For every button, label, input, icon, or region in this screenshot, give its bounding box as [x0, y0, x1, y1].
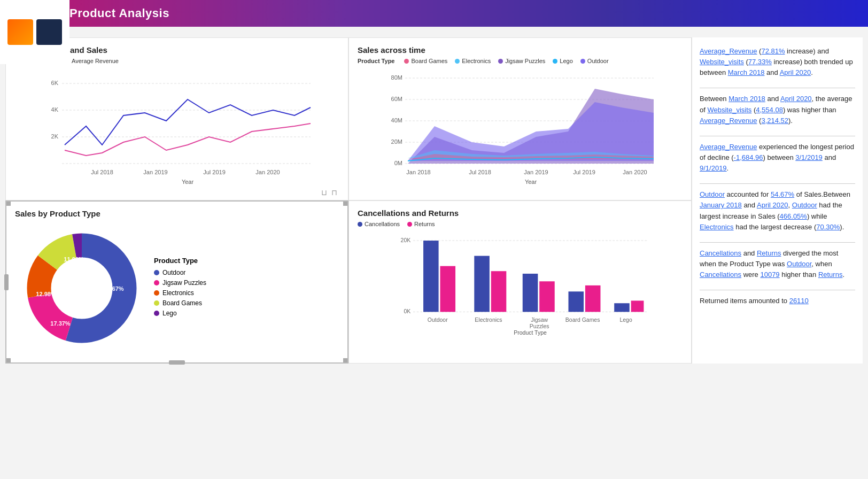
scroll-icon-2[interactable]: ⊓ — [331, 188, 337, 197]
svg-text:4K: 4K — [51, 106, 59, 113]
svg-text:Jan 2020: Jan 2020 — [255, 169, 280, 175]
pie-legend-outdoor: Outdoor — [154, 269, 206, 276]
bar-chart: 20K 0K Product Type Outdoor Electronics … — [358, 230, 683, 337]
legend-lego: Lego — [553, 58, 572, 64]
bar-outdoor-return — [440, 266, 455, 312]
svg-text:Jan 2019: Jan 2019 — [143, 169, 167, 175]
pie-legend-lego: Lego — [154, 310, 206, 317]
pie-container: 54.67% 11.96% 12.98% 17.37% Product Type… — [15, 221, 339, 355]
svg-point-37 — [55, 261, 108, 315]
resize-bottom[interactable] — [169, 360, 185, 365]
resize-tr[interactable] — [343, 202, 347, 206]
cancellations-legend: Cancellations Returns — [358, 221, 683, 227]
pie-legend-title: Product Type — [154, 257, 206, 265]
pie-legend-electronics: Electronics — [154, 289, 206, 297]
page-title: Product Analysis — [69, 6, 169, 20]
insight-6: Returned items amounted to 26110 — [700, 296, 855, 306]
svg-text:Outdoor: Outdoor — [428, 317, 448, 323]
svg-text:20M: 20M — [391, 138, 402, 145]
legend-boardgames: Board Games — [404, 58, 447, 64]
svg-text:Product Type: Product Type — [514, 330, 547, 336]
sales-product-title: Sales by Product Type — [15, 209, 339, 218]
sales-time-panel: Sales across time Product Type Board Gam… — [348, 37, 692, 200]
legend-jigsaw: Jigsaw Puzzles — [498, 58, 545, 64]
svg-text:12.98%: 12.98% — [36, 291, 56, 297]
pie-legend: Product Type Outdoor Jigsaw Puzzles Elec… — [154, 257, 206, 320]
svg-text:Jigsaw: Jigsaw — [531, 317, 548, 323]
sales-product-panel: Sales by Product Type 54.67% 11.96% — [5, 200, 348, 364]
header: Product Analysis — [0, 0, 868, 27]
svg-text:Jan 2020: Jan 2020 — [623, 169, 647, 175]
resize-bl[interactable] — [6, 358, 11, 362]
logo-dark — [36, 19, 62, 45]
svg-text:Jul 2019: Jul 2019 — [573, 169, 595, 175]
insight-5: Cancellations and Returns diverged the m… — [700, 248, 855, 280]
svg-text:Jul 2019: Jul 2019 — [203, 169, 226, 175]
bar-board-return — [585, 285, 601, 312]
svg-text:60M: 60M — [391, 96, 402, 102]
svg-text:Lego: Lego — [619, 317, 632, 323]
bar-lego-cancel — [614, 303, 630, 312]
svg-text:54.67%: 54.67% — [104, 285, 124, 292]
svg-text:Jul 2018: Jul 2018 — [91, 169, 113, 175]
insight-1: Average_Revenue (72.81% increase) and We… — [700, 46, 855, 78]
svg-text:40M: 40M — [391, 117, 402, 123]
sales-time-legend: Product Type Board Games Electronics Jig… — [358, 58, 683, 64]
svg-text:Year: Year — [525, 179, 537, 185]
svg-text:6K: 6K — [51, 80, 59, 86]
product-type-label: Product Type — [358, 58, 394, 64]
insight-3: Average_Revenue experienced the longest … — [700, 142, 855, 174]
svg-text:Electronics: Electronics — [475, 317, 502, 323]
cancellations-panel: Cancellations and Returns Cancellations … — [348, 200, 692, 364]
resize-br[interactable] — [343, 358, 347, 362]
insight-4: Outdoor accounted for 54.67% of Sales.Be… — [700, 189, 855, 233]
bar-elec-return — [491, 271, 507, 312]
sales-time-chart: 80M 60M 40M 20M 0M Jan 2018 Jul 2018 Jan… — [358, 67, 683, 190]
svg-text:Year: Year — [182, 179, 194, 185]
bar-elec-cancel — [474, 256, 490, 312]
logo-orange — [7, 19, 33, 45]
donut-chart: 54.67% 11.96% 12.98% 17.37% — [20, 227, 143, 350]
legend-electronics: Electronics — [455, 58, 491, 64]
bar-jigsaw-cancel — [523, 274, 538, 312]
svg-text:Jul 2018: Jul 2018 — [469, 169, 491, 175]
insight-2: Between March 2018 and April 2020, the a… — [700, 94, 855, 126]
svg-text:20K: 20K — [401, 237, 411, 243]
legend-returns: Returns — [407, 221, 435, 227]
svg-text:0M: 0M — [394, 160, 402, 166]
cancellations-title: Cancellations and Returns — [358, 208, 683, 218]
resize-tl[interactable] — [6, 202, 11, 206]
bar-jigsaw-return — [539, 281, 555, 312]
legend-avg-revenue: Average Revenue — [65, 58, 119, 64]
logo-area — [0, 0, 69, 64]
svg-text:2K: 2K — [51, 133, 59, 140]
svg-text:0K: 0K — [404, 308, 410, 314]
pie-legend-boardgames: Board Games — [154, 299, 206, 307]
bar-board-cancel — [568, 291, 584, 312]
svg-text:Jan 2019: Jan 2019 — [524, 169, 548, 175]
legend-cancellations: Cancellations — [358, 221, 400, 227]
svg-text:Jan 2018: Jan 2018 — [406, 169, 430, 175]
legend-outdoor: Outdoor — [580, 58, 609, 64]
sales-time-title: Sales across time — [358, 45, 683, 55]
website-sales-chart: 6K 4K 2K Jul 2018 Jan 2019 Jul 2019 Jan … — [14, 67, 339, 185]
insights-panel: Average_Revenue (72.81% increase) and We… — [692, 37, 863, 364]
svg-text:11.96%: 11.96% — [64, 256, 84, 262]
scroll-icon-1[interactable]: ⊔ — [321, 188, 327, 197]
bar-lego-return — [631, 300, 644, 312]
svg-text:Board Games: Board Games — [565, 317, 600, 323]
scroll-indicator: ⊔ ⊓ — [321, 188, 337, 197]
bar-outdoor-cancel — [423, 241, 439, 312]
svg-text:Puzzles: Puzzles — [530, 323, 549, 329]
pie-legend-jigsaw: Jigsaw Puzzles — [154, 279, 206, 287]
svg-text:80M: 80M — [391, 74, 402, 81]
svg-text:17.37%: 17.37% — [50, 320, 71, 327]
resize-left[interactable] — [4, 274, 9, 290]
